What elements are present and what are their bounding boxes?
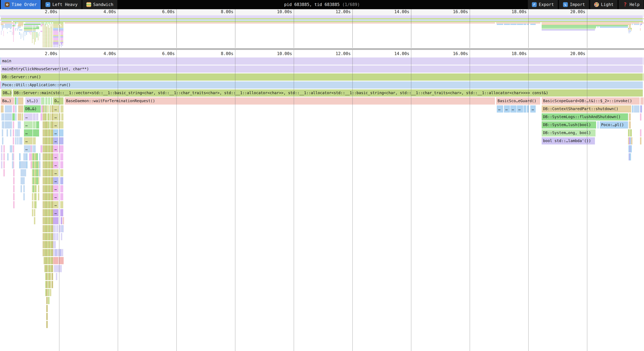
- flame-frame[interactable]: [52, 273, 53, 280]
- flame-frame[interactable]: st…)): [25, 98, 41, 104]
- flame-frame[interactable]: …: [530, 105, 536, 112]
- flame-frame[interactable]: [62, 257, 64, 264]
- flame-frame[interactable]: [52, 137, 53, 144]
- flame-frame[interactable]: [46, 297, 48, 304]
- flame-frame[interactable]: [46, 313, 48, 320]
- flame-frame[interactable]: [630, 153, 631, 160]
- flame-frame[interactable]: [32, 209, 33, 216]
- flame-frame[interactable]: [60, 177, 63, 184]
- flame-frame[interactable]: [56, 265, 57, 272]
- flame-frame[interactable]: [11, 145, 12, 152]
- flame-frame[interactable]: [6, 129, 8, 136]
- flame-frame[interactable]: [13, 169, 14, 176]
- flame-frame[interactable]: [22, 113, 23, 120]
- flame-frame[interactable]: [52, 249, 53, 256]
- flame-frame[interactable]: [61, 233, 62, 240]
- flame-frame[interactable]: [38, 193, 39, 200]
- flame-frame[interactable]: [52, 265, 53, 272]
- flame-frame[interactable]: [59, 137, 64, 144]
- flame-frame[interactable]: …: [53, 145, 58, 152]
- flame-frame[interactable]: [56, 233, 58, 240]
- flame-frame[interactable]: [56, 273, 57, 280]
- flame-frame[interactable]: [632, 105, 634, 112]
- flame-frame[interactable]: [40, 145, 42, 152]
- flame-frame[interactable]: [22, 169, 23, 176]
- flame-frame[interactable]: [45, 98, 48, 104]
- flame-frame[interactable]: …: [24, 113, 32, 120]
- flame-frame[interactable]: [640, 113, 642, 120]
- flame-frame[interactable]: [13, 129, 14, 136]
- flame-frame[interactable]: [36, 177, 38, 184]
- flame-frame[interactable]: [59, 145, 64, 152]
- flame-frame[interactable]: [5, 121, 12, 128]
- flame-frame[interactable]: [2, 129, 3, 136]
- flame-frame[interactable]: [62, 249, 63, 256]
- flame-frame[interactable]: …: [504, 105, 510, 112]
- flame-frame[interactable]: [34, 217, 35, 224]
- flame-frame[interactable]: [26, 161, 28, 168]
- flame-frame[interactable]: [52, 153, 53, 160]
- flame-frame[interactable]: …: [53, 185, 58, 192]
- flame-frame[interactable]: [52, 241, 53, 248]
- flame-frame[interactable]: [5, 105, 12, 112]
- flame-frame[interactable]: [52, 145, 53, 152]
- flame-frame[interactable]: [4, 145, 5, 152]
- flame-frame[interactable]: …: [53, 161, 58, 168]
- flame-frame[interactable]: [40, 113, 42, 120]
- flame-frame[interactable]: [12, 161, 13, 168]
- flame-frame[interactable]: [1, 153, 2, 160]
- flame-frame[interactable]: mainEntryClickHouseServer(int, char**): [1, 66, 643, 73]
- flame-frame[interactable]: [25, 169, 26, 176]
- flame-frame[interactable]: [4, 161, 5, 168]
- flame-frame[interactable]: [48, 113, 50, 120]
- flame-frame[interactable]: [52, 233, 53, 240]
- flame-frame[interactable]: [52, 177, 53, 184]
- flame-frame[interactable]: [7, 153, 8, 160]
- flame-frame[interactable]: Ba…): [1, 98, 14, 104]
- flame-frame[interactable]: [60, 185, 63, 192]
- flame-frame[interactable]: [36, 153, 38, 160]
- flame-frame[interactable]: DB::Server::run(): [1, 74, 643, 80]
- flame-frame[interactable]: [50, 281, 51, 288]
- flame-frame[interactable]: [35, 185, 36, 192]
- flame-frame[interactable]: [23, 177, 25, 184]
- flame-frame[interactable]: DB::System…ong, bool): [542, 129, 596, 136]
- flame-frame[interactable]: [60, 257, 61, 264]
- flame-frame[interactable]: [36, 169, 38, 176]
- flame-frame[interactable]: [524, 105, 526, 112]
- flame-frame[interactable]: [640, 129, 642, 136]
- flame-frame[interactable]: [52, 113, 53, 120]
- flame-frame[interactable]: [61, 113, 64, 120]
- flame-frame[interactable]: [23, 153, 25, 160]
- flame-frame[interactable]: [39, 161, 40, 168]
- flame-frame[interactable]: [60, 153, 63, 160]
- flame-frame[interactable]: [13, 185, 14, 192]
- flame-frame[interactable]: [19, 161, 20, 168]
- flame-frame[interactable]: [36, 113, 38, 120]
- flame-frame[interactable]: [30, 161, 32, 168]
- flame-frame[interactable]: [12, 113, 15, 120]
- flame-frame[interactable]: [33, 145, 36, 152]
- flame-frame[interactable]: [46, 281, 48, 288]
- flame-frame[interactable]: [18, 98, 23, 104]
- flame-frame[interactable]: [36, 121, 39, 128]
- flame-frame[interactable]: [634, 105, 640, 112]
- flame-frame[interactable]: [23, 193, 25, 200]
- flame-frame[interactable]: [597, 121, 599, 128]
- flame-frame[interactable]: [20, 177, 22, 184]
- flame-frame[interactable]: [20, 161, 22, 168]
- flame-frame[interactable]: [46, 305, 48, 312]
- flame-frame[interactable]: [17, 129, 18, 136]
- flame-frame[interactable]: [39, 153, 40, 160]
- flame-frame[interactable]: [20, 185, 22, 192]
- flame-frame[interactable]: [33, 129, 39, 136]
- flame-frame[interactable]: [46, 321, 48, 328]
- flame-frame[interactable]: DB::Server::main(std::__1::vector<std::_…: [13, 90, 643, 96]
- flame-frame[interactable]: [30, 145, 32, 152]
- flame-frame[interactable]: [13, 177, 14, 184]
- flame-frame[interactable]: [48, 121, 50, 128]
- flame-frame[interactable]: [15, 113, 16, 120]
- flame-frame[interactable]: [629, 113, 631, 120]
- flame-frame[interactable]: [2, 121, 4, 128]
- flame-frame[interactable]: …: [53, 137, 58, 144]
